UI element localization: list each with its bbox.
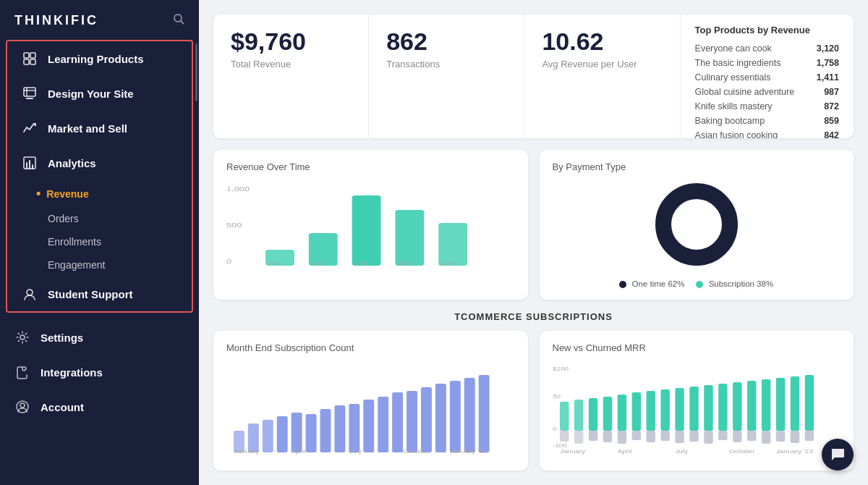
- svg-rect-46: [407, 391, 417, 452]
- product-value: 872: [824, 101, 839, 111]
- product-value: 842: [824, 130, 839, 138]
- subscription-count-title: Month End Subscription Count: [226, 342, 515, 353]
- payment-type-title: By Payment Type: [553, 161, 841, 172]
- sidebar-subitem-orders[interactable]: Orders: [7, 207, 192, 230]
- payment-type-card: By Payment Type One time 62% Subscripti: [540, 150, 854, 300]
- total-revenue-block: $9,760 Total Revenue: [213, 14, 369, 138]
- svg-rect-59: [574, 400, 582, 431]
- sidebar-item-analytics[interactable]: Analytics: [7, 146, 192, 180]
- svg-text:January: January: [559, 448, 585, 455]
- svg-rect-41: [334, 405, 345, 452]
- svg-text:1v1: 1v1: [268, 260, 281, 266]
- svg-rect-90: [790, 431, 799, 443]
- svg-text:April: April: [292, 448, 306, 455]
- learning-products-icon: [22, 51, 38, 67]
- svg-point-14: [27, 290, 33, 295]
- product-value: 1,758: [817, 58, 839, 68]
- svg-rect-72: [660, 431, 669, 441]
- product-row: Culinary essentials1,411: [695, 70, 839, 85]
- one-time-legend: One time 62%: [619, 279, 684, 288]
- user-circle-icon: [14, 399, 30, 415]
- svg-rect-40: [320, 409, 331, 452]
- svg-point-15: [20, 335, 25, 340]
- svg-line-1: [181, 21, 184, 24]
- stats-row: $9,760 Total Revenue 862 Transactions 10…: [213, 14, 854, 138]
- svg-rect-68: [631, 431, 640, 440]
- svg-rect-84: [746, 431, 755, 441]
- sidebar-item-settings[interactable]: Settings: [0, 320, 199, 355]
- total-revenue-label: Total Revenue: [231, 59, 351, 69]
- product-name: Global cuisine adventure: [695, 87, 795, 97]
- puzzle-icon: [14, 364, 30, 380]
- svg-text:1v3: 1v3: [354, 260, 368, 266]
- sidebar-item-label: Student Support: [48, 288, 132, 300]
- sidebar-item-account[interactable]: Account: [0, 389, 199, 424]
- gear-icon: [14, 329, 30, 345]
- svg-text:0: 0: [553, 426, 557, 432]
- design-icon: [22, 85, 38, 101]
- svg-rect-77: [704, 385, 712, 431]
- sidebar-item-label: Integrations: [41, 366, 103, 379]
- product-value: 987: [824, 87, 839, 97]
- svg-rect-23: [352, 195, 381, 266]
- product-name: Baking bootcamp: [695, 116, 765, 126]
- svg-rect-81: [733, 382, 741, 431]
- product-name: The basic ingredients: [695, 58, 781, 68]
- svg-text:January '23: January '23: [450, 448, 487, 455]
- svg-rect-5: [30, 59, 35, 64]
- revenue-over-time-card: Revenue Over Time 1,000 500 0 1v1 1v2: [213, 150, 528, 300]
- sidebar-item-design-your-site[interactable]: Design Your Site: [7, 76, 192, 111]
- support-icon: [22, 286, 38, 302]
- sidebar-item-integrations[interactable]: Integrations: [0, 355, 199, 389]
- svg-rect-88: [775, 431, 784, 442]
- svg-rect-36: [263, 420, 273, 452]
- sidebar-subitem-revenue[interactable]: Revenue: [7, 180, 192, 207]
- svg-text:January: January: [234, 448, 260, 455]
- svg-rect-6: [24, 88, 35, 96]
- total-revenue-value: $9,760: [231, 28, 351, 56]
- svg-rect-80: [718, 431, 727, 440]
- svg-rect-42: [349, 404, 359, 452]
- svg-rect-3: [30, 53, 35, 58]
- svg-text:50: 50: [553, 393, 561, 400]
- chat-button[interactable]: [822, 439, 854, 471]
- tcommerce-charts: Month End Subscription Count: [213, 331, 854, 471]
- svg-rect-65: [617, 395, 626, 431]
- revenue-over-time-title: Revenue Over Time: [226, 161, 515, 172]
- svg-rect-82: [733, 431, 741, 442]
- top-products-title: Top Products by Revenue: [695, 25, 839, 35]
- selected-nav-section: Learning Products Design Your Site: [6, 40, 193, 313]
- charts-row-1: Revenue Over Time 1,000 500 0 1v1 1v2: [213, 150, 854, 300]
- svg-rect-85: [761, 379, 770, 431]
- svg-rect-69: [646, 391, 655, 431]
- svg-rect-48: [435, 384, 446, 452]
- avg-revenue-block: 10.62 Avg Revenue per User: [524, 14, 680, 138]
- sidebar-subitem-enrollments[interactable]: Enrollments: [7, 230, 192, 253]
- svg-rect-51: [479, 375, 490, 452]
- legend-label: One time 62%: [632, 279, 685, 288]
- svg-text:April: April: [617, 448, 631, 455]
- svg-rect-50: [464, 378, 475, 452]
- sidebar-item-label: Settings: [41, 332, 83, 344]
- svg-rect-83: [746, 381, 755, 431]
- sidebar-subitem-engagement[interactable]: Engagement: [7, 253, 192, 277]
- sidebar-item-label: Market and Sell: [48, 122, 127, 135]
- svg-text:October: October: [403, 448, 428, 455]
- svg-point-17: [20, 403, 25, 408]
- product-name: Asian fusion cooking: [695, 130, 778, 138]
- avg-revenue-value: 10.62: [542, 28, 662, 56]
- svg-rect-74: [675, 431, 684, 443]
- svg-rect-71: [660, 389, 669, 431]
- sidebar-item-market-and-sell[interactable]: Market and Sell: [7, 111, 192, 146]
- svg-rect-38: [292, 413, 302, 452]
- sub-item-label: Enrollments: [48, 236, 101, 248]
- svg-rect-73: [675, 388, 684, 431]
- sidebar-item-student-support[interactable]: Student Support: [7, 277, 192, 311]
- sidebar-item-label: Design Your Site: [48, 88, 134, 100]
- svg-rect-61: [588, 398, 597, 431]
- subscription-legend: Subscription 38%: [696, 279, 773, 288]
- sidebar-item-label: Learning Products: [48, 53, 144, 65]
- search-icon[interactable]: [173, 13, 184, 28]
- sidebar-item-learning-products[interactable]: Learning Products: [7, 41, 192, 76]
- svg-rect-79: [718, 384, 727, 431]
